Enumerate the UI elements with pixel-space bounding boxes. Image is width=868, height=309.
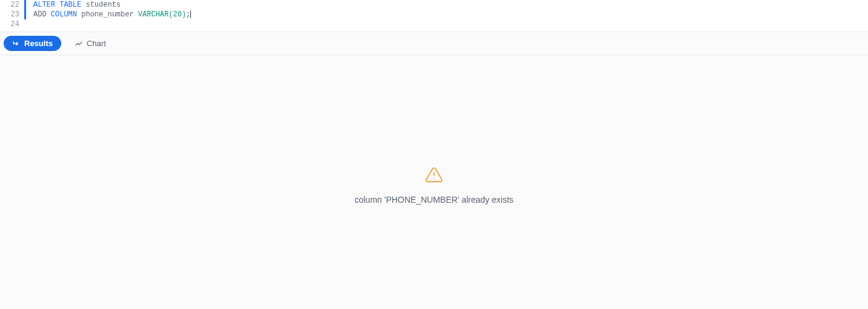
line-number: 22: [0, 0, 24, 10]
warning-icon: [425, 166, 443, 186]
active-line-indicator: [24, 10, 26, 19]
results-tab-label: Results: [24, 39, 53, 48]
chart-tab[interactable]: Chart: [66, 36, 115, 51]
line-indicator: [24, 19, 26, 29]
error-message: column 'PHONE_NUMBER' already exists: [355, 195, 513, 205]
code-line: 24: [0, 19, 868, 29]
code-content[interactable]: ADD COLUMN phone_number VARCHAR(20);: [33, 10, 191, 19]
results-tab[interactable]: Results: [4, 36, 61, 51]
code-line: 23 ADD COLUMN phone_number VARCHAR(20);: [0, 10, 868, 19]
text-cursor: [190, 10, 191, 18]
chart-line-icon: [75, 39, 83, 48]
code-line: 22 ALTER TABLE students: [0, 0, 868, 10]
active-line-indicator: [24, 0, 26, 10]
result-tabs-bar: Results Chart: [0, 32, 868, 55]
code-editor[interactable]: 22 ALTER TABLE students 23 ADD COLUMN ph…: [0, 0, 868, 29]
code-content[interactable]: ALTER TABLE students: [33, 0, 121, 10]
chart-tab-label: Chart: [87, 39, 106, 48]
line-number: 23: [0, 10, 24, 19]
arrow-return-icon: [12, 39, 21, 48]
results-panel: column 'PHONE_NUMBER' already exists: [0, 55, 868, 309]
line-number: 24: [0, 19, 24, 29]
